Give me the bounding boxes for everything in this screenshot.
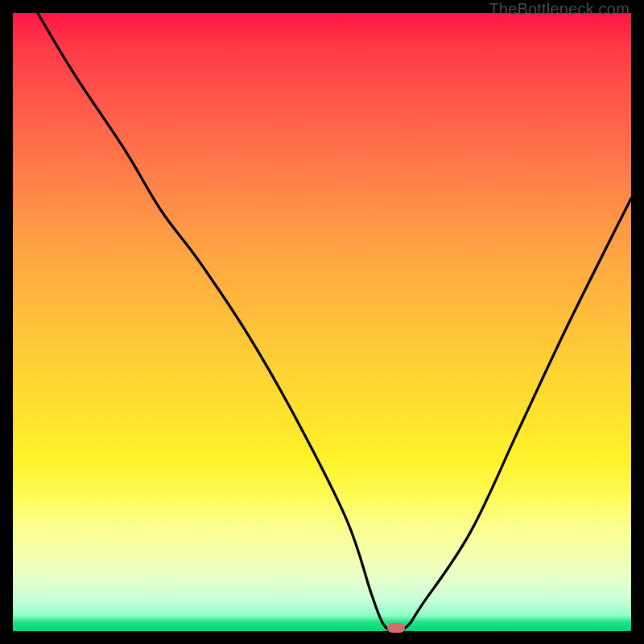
- watermark-label: TheBottleneck.com: [489, 0, 630, 19]
- chart-frame: TheBottleneck.com: [0, 0, 644, 644]
- plot-gradient-background: [13, 13, 631, 631]
- valley-marker: [387, 623, 405, 633]
